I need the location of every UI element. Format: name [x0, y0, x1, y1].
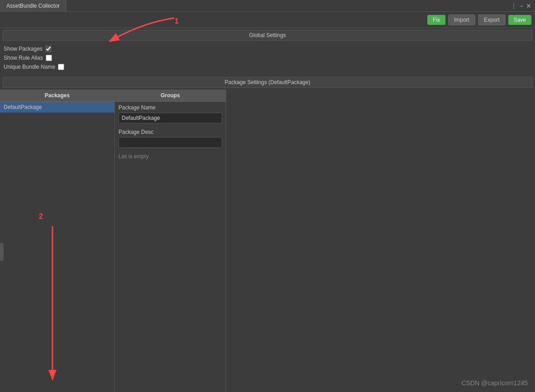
show-rule-alias-row: Show Rule Alias	[4, 53, 531, 62]
unique-bundle-name-row: Unique Bundle Name	[4, 62, 531, 71]
packages-panel-header: Packages	[0, 90, 114, 102]
package-name-input[interactable]	[118, 113, 222, 123]
global-settings-area: Show Packages Show Rule Alias Unique Bun…	[0, 43, 535, 75]
export-button[interactable]: Export	[478, 14, 506, 25]
fix-button[interactable]: Fix	[427, 15, 445, 25]
global-settings-header: Global Settings	[3, 30, 532, 41]
watermark: CSDN @capricorn1245	[462, 379, 528, 387]
unique-bundle-name-checkbox[interactable]	[58, 64, 64, 70]
package-desc-section: Package Desc	[115, 126, 226, 151]
title-bar: AssetBundle Collector ⋮ − ✕	[0, 0, 535, 12]
show-packages-checkbox[interactable]	[45, 46, 52, 52]
list-empty-message: List is empty	[115, 151, 226, 162]
package-desc-label: Package Desc	[118, 129, 222, 135]
close-icon[interactable]: ✕	[526, 2, 531, 9]
package-item-defaultpackage[interactable]: DefaultPackage	[0, 102, 114, 113]
packages-list: DefaultPackage	[0, 102, 114, 392]
window-title: AssetBundle Collector	[6, 3, 60, 9]
package-name-label: Package Name	[118, 104, 222, 111]
main-content: Packages DefaultPackage − + Groups Packa…	[0, 90, 535, 392]
groups-panel-header: Groups	[115, 90, 226, 102]
packages-panel: Packages DefaultPackage − +	[0, 90, 115, 392]
import-button[interactable]: Import	[448, 14, 475, 25]
window-controls: ⋮ − ✕	[511, 2, 531, 9]
scroll-indicator[interactable]	[0, 243, 4, 261]
unique-bundle-name-label: Unique Bundle Name	[4, 64, 55, 70]
show-packages-label: Show Packages	[4, 46, 43, 52]
groups-panel: Groups Package Name Package Desc List is…	[115, 90, 226, 392]
package-desc-input[interactable]	[118, 137, 222, 148]
window-tab[interactable]: AssetBundle Collector	[0, 0, 66, 11]
show-rule-alias-checkbox[interactable]	[46, 55, 52, 61]
right-panel	[226, 90, 535, 392]
save-button[interactable]: Save	[508, 15, 531, 25]
show-packages-row: Show Packages	[4, 44, 531, 53]
package-settings-header: Package Settings (DefaultPackage)	[3, 77, 532, 88]
toolbar: Fix Import Export Save	[0, 12, 535, 28]
minimize-icon[interactable]: −	[520, 2, 523, 9]
package-name-section: Package Name	[115, 102, 226, 126]
more-icon[interactable]: ⋮	[511, 2, 517, 9]
show-rule-alias-label: Show Rule Alias	[4, 55, 43, 61]
